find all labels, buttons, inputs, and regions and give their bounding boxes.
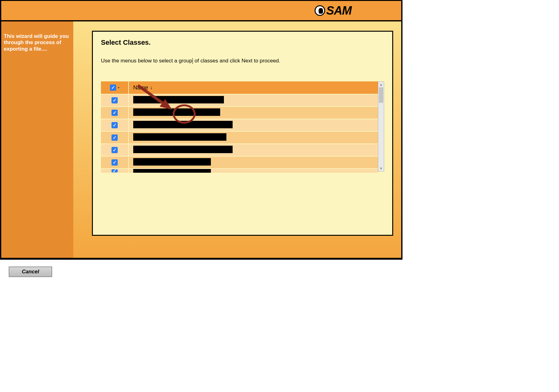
redacted-class-name	[133, 146, 233, 153]
redacted-class-name	[133, 121, 233, 128]
row-checkbox-cell[interactable]: ✓	[101, 119, 129, 131]
row-checkbox[interactable]: ✓	[111, 97, 118, 103]
export-wizard-window: SAM This wizard will guide you through t…	[0, 0, 402, 286]
redacted-class-name	[133, 158, 211, 166]
classes-table: ✓ Name ↓ ✓✓✓✓✓✓✓	[101, 81, 378, 171]
row-checkbox-cell[interactable]: ✓	[101, 169, 129, 173]
wizard-main: Select Classes. Use the menus below to s…	[73, 21, 402, 259]
select-all-cell[interactable]: ✓	[101, 81, 129, 94]
table-body: ✓✓✓✓✓✓✓	[101, 94, 378, 173]
row-name-cell	[129, 146, 378, 154]
row-checkbox[interactable]: ✓	[111, 134, 118, 141]
redacted-class-name	[133, 168, 211, 173]
row-name-cell	[129, 158, 378, 167]
panel-instruction-pre: Use the menus below to select a group	[101, 58, 192, 64]
app-name: SAM	[326, 4, 352, 17]
row-checkbox-cell[interactable]: ✓	[101, 94, 129, 106]
cancel-button[interactable]: Cancel	[9, 267, 52, 277]
row-checkbox[interactable]: ✓	[111, 159, 118, 166]
select-classes-panel: Select Classes. Use the menus below to s…	[92, 31, 393, 236]
panel-instruction-post: of classes and click Next to proceed.	[193, 58, 280, 64]
redacted-class-name	[133, 108, 220, 116]
redacted-class-name	[133, 133, 226, 141]
sam-logo-icon	[315, 5, 325, 16]
table-row[interactable]: ✓	[101, 119, 378, 131]
row-name-cell	[129, 121, 378, 130]
scroll-down-icon[interactable]: ▼	[379, 166, 383, 171]
sam-logo: SAM	[315, 4, 352, 17]
panel-title: Select Classes.	[101, 39, 384, 47]
row-checkbox[interactable]: ✓	[111, 147, 118, 153]
classes-table-wrap: ✓ Name ↓ ✓✓✓✓✓✓✓ ▲	[101, 81, 384, 171]
table-scrollbar[interactable]: ▲ ▼	[378, 81, 384, 171]
scroll-up-icon[interactable]: ▲	[379, 82, 383, 87]
row-name-cell	[129, 96, 378, 105]
row-checkbox-cell[interactable]: ✓	[101, 144, 129, 156]
table-row[interactable]: ✓	[101, 106, 378, 119]
panel-instruction: Use the menus below to select a group of…	[101, 58, 384, 64]
row-name-cell	[129, 108, 378, 117]
row-checkbox-cell[interactable]: ✓	[101, 107, 129, 119]
scroll-thumb[interactable]	[379, 87, 383, 103]
scroll-track[interactable]	[378, 87, 384, 166]
row-checkbox[interactable]: ✓	[111, 169, 118, 172]
row-checkbox-cell[interactable]: ✓	[101, 157, 129, 168]
table-row[interactable]: ✓	[101, 144, 378, 156]
header-dot-icon	[118, 87, 119, 88]
wizard-sidebar: This wizard will guide you through the p…	[0, 21, 73, 259]
row-checkbox-cell[interactable]: ✓	[101, 132, 129, 144]
row-name-cell	[129, 133, 378, 142]
sort-descending-icon: ↓	[150, 85, 152, 90]
text-cursor	[193, 58, 193, 64]
name-column-label: Name	[133, 84, 148, 91]
row-name-cell	[129, 168, 378, 173]
app-header: SAM	[0, 0, 402, 21]
wizard-footer: Cancel	[0, 259, 402, 284]
redacted-class-name	[133, 96, 224, 103]
row-checkbox[interactable]: ✓	[111, 122, 118, 128]
row-checkbox[interactable]: ✓	[111, 110, 118, 116]
table-row[interactable]: ✓	[101, 94, 378, 106]
wizard-description: This wizard will guide you through the p…	[4, 33, 71, 52]
table-row[interactable]: ✓	[101, 156, 378, 168]
table-row[interactable]: ✓	[101, 131, 378, 144]
cancel-button-label: Cancel	[22, 269, 39, 275]
table-row[interactable]: ✓	[101, 168, 378, 173]
name-column-header[interactable]: Name ↓	[129, 84, 152, 91]
table-header-row: ✓ Name ↓	[101, 81, 378, 94]
select-all-checkbox[interactable]: ✓	[110, 84, 116, 91]
wizard-body: This wizard will guide you through the p…	[0, 21, 402, 259]
